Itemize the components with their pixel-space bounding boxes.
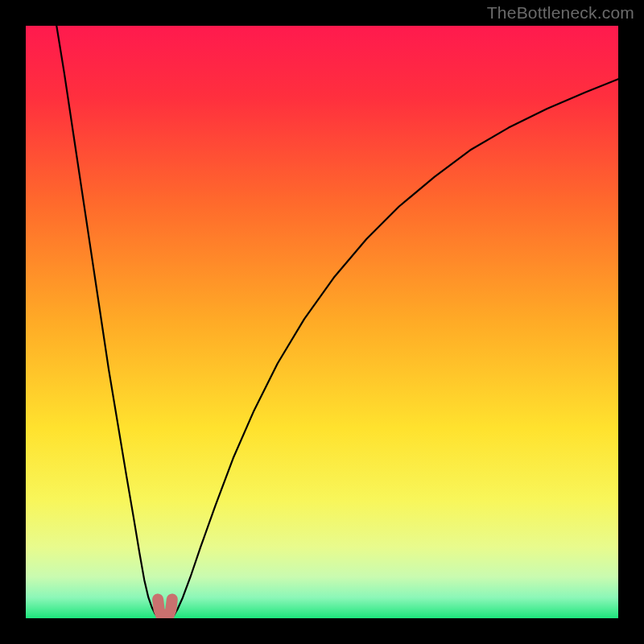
bottleneck-chart [26,26,618,618]
gradient-bg [26,26,618,618]
chart-frame: TheBottleneck.com [0,0,644,644]
watermark-text: TheBottleneck.com [487,3,634,23]
